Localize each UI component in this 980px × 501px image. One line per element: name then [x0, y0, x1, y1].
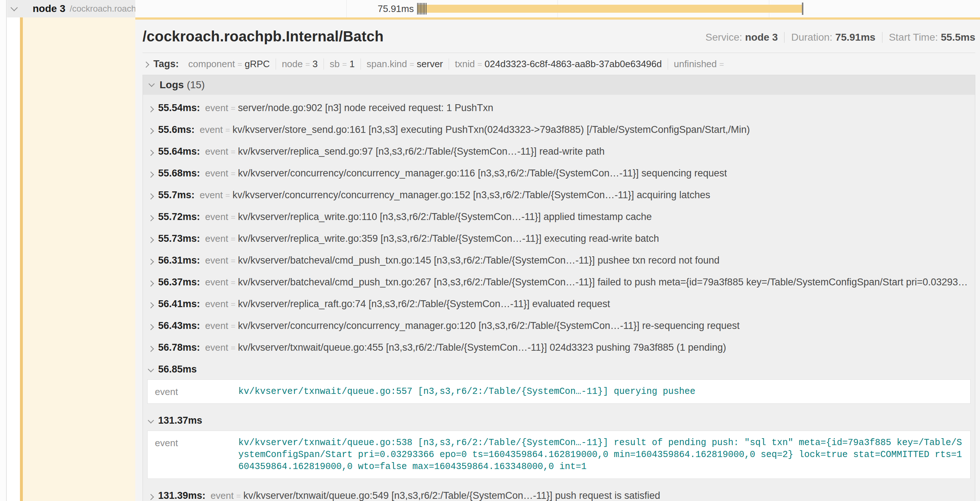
log-timestamp: 55.68ms: — [158, 168, 200, 179]
log-field-key: event — [205, 211, 229, 223]
duration-value: 75.91ms — [835, 32, 875, 43]
start-time-label: Start Time: — [889, 32, 938, 43]
chevron-right-icon[interactable] — [148, 172, 154, 178]
tag-key: component — [188, 59, 235, 70]
log-entry[interactable]: 55.68ms: event=kv/kvserver/concurrency/c… — [143, 162, 975, 184]
tag-value: 3 — [313, 59, 318, 70]
chevron-right-icon[interactable] — [148, 259, 154, 265]
equals-sign: = — [231, 169, 235, 179]
span-service-name: node 3 — [33, 3, 65, 14]
tag-key: sb — [330, 59, 339, 70]
chevron-right-icon[interactable] — [148, 106, 154, 113]
log-marker-end-tick — [802, 3, 803, 15]
span-timeline[interactable]: 75.91ms — [135, 0, 980, 18]
equals-sign: = — [225, 126, 230, 135]
tags-expand-chevron-icon[interactable] — [143, 61, 150, 67]
tag-key: node — [282, 59, 303, 70]
logs-collapse-chevron-icon[interactable] — [149, 81, 155, 87]
tag-value: gRPC — [245, 59, 270, 70]
chevron-right-icon[interactable] — [148, 281, 154, 287]
tag-key: unfinished — [674, 59, 717, 70]
tag-item: component = gRPC — [183, 59, 276, 70]
log-message: kv/kvserver/concurrency/concurrency_mana… — [238, 320, 740, 332]
tags-row[interactable]: Tags: component = gRPC node = 3 sb = 1 s… — [143, 53, 975, 75]
equals-sign: = — [236, 491, 241, 501]
log-message: kv/kvserver/concurrency/concurrency_mana… — [238, 168, 727, 179]
span-duration-bar[interactable] — [417, 5, 802, 13]
log-detail-table: event kv/kvserver/txnwait/queue.go:557 [… — [147, 380, 970, 404]
equals-sign: = — [231, 343, 235, 353]
chevron-down-icon[interactable] — [148, 418, 154, 424]
equals-sign: = — [231, 104, 235, 113]
log-field-key: event — [205, 277, 229, 288]
logs-header[interactable]: Logs (15) — [143, 75, 975, 95]
collapse-span-chevron-icon[interactable] — [11, 4, 18, 11]
chevron-right-icon[interactable] — [148, 128, 154, 134]
left-gutter — [0, 0, 6, 501]
log-field-key: event — [205, 320, 229, 332]
log-timestamp: 55.54ms: — [158, 102, 200, 113]
log-entry-header[interactable]: 56.85ms — [143, 358, 975, 377]
tag-key: txnid — [455, 59, 475, 70]
logs-title: Logs — [159, 79, 184, 91]
equals-sign: = — [225, 191, 230, 200]
log-field-value: kv/kvserver/txnwait/queue.go:538 [n3,s3,… — [238, 437, 963, 473]
log-timestamp: 55.72ms: — [158, 211, 200, 223]
chevron-right-icon[interactable] — [148, 346, 154, 352]
tags-label: Tags: — [153, 59, 179, 70]
log-entry[interactable]: 55.72ms: event=kv/kvserver/replica_write… — [143, 206, 975, 228]
log-entry[interactable]: 55.7ms: event=kv/kvserver/concurrency/co… — [143, 184, 975, 206]
equals-sign: = — [231, 213, 235, 222]
equals-sign: = — [237, 60, 242, 69]
log-timestamp: 56.31ms: — [158, 255, 200, 266]
log-field-key: event — [200, 124, 223, 136]
log-entry[interactable]: 55.64ms: event=kv/kvserver/replica_send.… — [143, 140, 975, 162]
chevron-right-icon[interactable] — [148, 193, 154, 199]
log-message: kv/kvserver/batcheval/cmd_push_txn.go:26… — [238, 277, 970, 288]
log-entry[interactable]: 56.41ms: event=kv/kvserver/replica_raft.… — [143, 293, 975, 315]
chevron-right-icon[interactable] — [148, 324, 154, 330]
log-entry[interactable]: 56.78ms: event=kv/kvserver/txnwait/queue… — [143, 337, 975, 358]
span-duration-label: 75.91ms — [135, 0, 414, 18]
logs-body: 55.54ms: event=server/node.go:902 [n3] n… — [143, 95, 975, 501]
log-timestamp: 56.78ms: — [158, 342, 200, 353]
log-timestamp: 56.41ms: — [158, 298, 200, 310]
log-entry-expanded: 56.85ms event kv/kvserver/txnwait/queue.… — [143, 358, 975, 404]
log-entry[interactable]: 55.73ms: event=kv/kvserver/replica_write… — [143, 228, 975, 249]
span-detail-left-rail — [23, 18, 135, 501]
equals-sign: = — [231, 322, 235, 331]
span-name-cell[interactable]: node 3 /cockroach.roach… — [7, 0, 135, 18]
log-field-value: kv/kvserver/txnwait/queue.go:557 [n3,s3,… — [238, 386, 695, 397]
log-entry[interactable]: 55.54ms: event=server/node.go:902 [n3] n… — [143, 97, 975, 119]
chevron-right-icon[interactable] — [148, 150, 154, 156]
log-detail-table: event kv/kvserver/txnwait/queue.go:538 [… — [147, 431, 970, 479]
chevron-right-icon[interactable] — [148, 215, 154, 222]
equals-sign: = — [305, 60, 310, 69]
chevron-right-icon[interactable] — [148, 237, 154, 243]
chevron-right-icon[interactable] — [148, 494, 154, 500]
log-timestamp: 55.6ms: — [158, 124, 195, 136]
tag-item: span.kind = server — [361, 59, 449, 70]
log-entry[interactable]: 56.31ms: event=kv/kvserver/batcheval/cmd… — [143, 249, 975, 271]
log-entry[interactable]: 131.39ms: event=kv/kvserver/txnwait/queu… — [143, 485, 975, 501]
logs-section: Logs (15) 55.54ms: event=server/node.go:… — [143, 75, 975, 501]
log-timestamp: 131.39ms: — [158, 490, 206, 501]
trace-timeline-row: node 3 /cockroach.roach… 75.91ms — [7, 0, 980, 18]
meta-divider — [882, 32, 883, 43]
log-entry-header[interactable]: 131.37ms — [143, 410, 975, 428]
equals-sign: = — [231, 147, 235, 157]
log-entry-expanded: 131.37ms event kv/kvserver/txnwait/queue… — [143, 410, 975, 479]
chevron-right-icon[interactable] — [148, 302, 154, 309]
log-timestamp: 131.37ms — [158, 415, 202, 426]
log-entry[interactable]: 56.43ms: event=kv/kvserver/concurrency/c… — [143, 315, 975, 337]
log-field-key: event — [155, 386, 238, 397]
log-field-key: event — [205, 102, 229, 113]
log-timestamp: 55.64ms: — [158, 146, 200, 157]
log-entry[interactable]: 56.37ms: event=kv/kvserver/batcheval/cmd… — [143, 271, 975, 293]
chevron-down-icon[interactable] — [148, 366, 154, 372]
log-entry[interactable]: 55.6ms: event=kv/kvserver/store_send.go:… — [143, 119, 975, 140]
span-detail-panel: /cockroach.roachpb.Internal/Batch Servic… — [135, 18, 980, 501]
span-header-row: /cockroach.roachpb.Internal/Batch Servic… — [143, 19, 975, 53]
tag-item: sb = 1 — [323, 59, 361, 70]
log-field-key: event — [205, 233, 229, 244]
